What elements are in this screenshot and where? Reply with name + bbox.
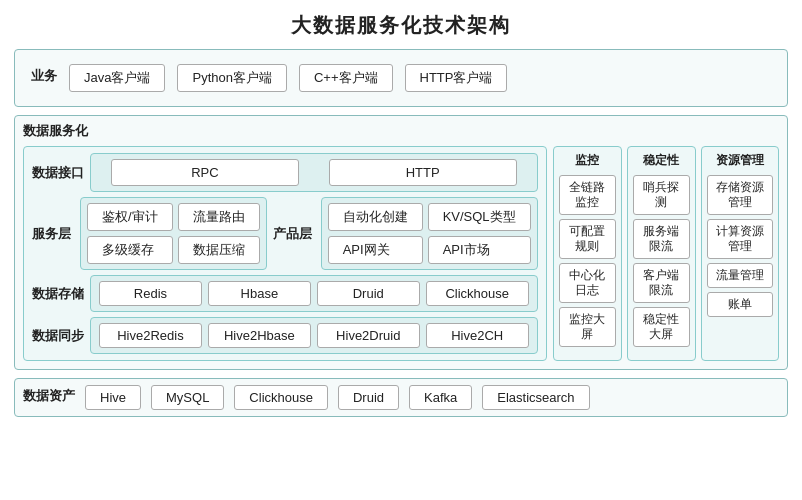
resource-item-0: 存储资源管理 [707,175,773,215]
product-item-2: API网关 [328,236,423,264]
asset-item-4: Kafka [409,385,472,410]
business-row: 业务 Java客户端 Python客户端 C++客户端 HTTP客户端 [23,56,779,100]
stability-item-3: 稳定性大屏 [633,307,690,347]
product-outer-grid: 自动化创建 KV/SQL类型 API网关 API市场 [321,197,538,270]
product-item-3: API市场 [428,236,531,264]
ds-left-area: 数据接口 RPC HTTP 服务层 鉴权/审计 流量路由 多级缓存 数据压缩 产… [23,146,547,361]
resource-panel: 资源管理 存储资源管理 计算资源管理 流量管理 账单 [701,146,779,361]
data-asset-section: 数据资产 Hive MySQL Clickhouse Druid Kafka E… [14,378,788,417]
data-sync-row: 数据同步 Hive2Redis Hive2Hbase Hive2Druid Hi… [32,317,538,354]
data-interface-row: 数据接口 RPC HTTP [32,153,538,192]
monitor-panel-title: 监控 [559,152,616,169]
rpc-box: RPC [111,159,299,186]
storage-item-0: Redis [99,281,202,306]
monitor-item-2: 中心化日志 [559,263,616,303]
service-layer-label: 服务层 [32,225,74,243]
product-item-1: KV/SQL类型 [428,203,531,231]
service-item-3: 数据压缩 [178,236,260,264]
client-http: HTTP客户端 [405,64,508,92]
service-item-2: 多级缓存 [87,236,173,264]
data-service-label: 数据服务化 [23,122,779,140]
product-layer-label: 产品层 [273,225,315,243]
stability-item-0: 哨兵探测 [633,175,690,215]
stability-item-2: 客户端限流 [633,263,690,303]
resource-panel-title: 资源管理 [707,152,773,169]
page-title: 大数据服务化技术架构 [0,0,802,49]
sync-item-2: Hive2Druid [317,323,420,348]
asset-item-1: MySQL [151,385,224,410]
storage-item-1: Hbase [208,281,311,306]
business-section: 业务 Java客户端 Python客户端 C++客户端 HTTP客户端 [14,49,788,107]
service-item-1: 流量路由 [178,203,260,231]
stability-panel: 稳定性 哨兵探测 服务端限流 客户端限流 稳定性大屏 [627,146,696,361]
sync-item-1: Hive2Hbase [208,323,311,348]
asset-item-0: Hive [85,385,141,410]
product-item-0: 自动化创建 [328,203,423,231]
client-python: Python客户端 [177,64,286,92]
monitor-panel: 监控 全链路监控 可配置规则 中心化日志 监控大屏 [553,146,622,361]
data-interface-label: 数据接口 [32,164,84,182]
sync-item-3: Hive2CH [426,323,529,348]
asset-item-5: Elasticsearch [482,385,589,410]
client-java: Java客户端 [69,64,165,92]
data-service-inner: 数据接口 RPC HTTP 服务层 鉴权/审计 流量路由 多级缓存 数据压缩 产… [23,146,779,361]
service-product-row: 服务层 鉴权/审计 流量路由 多级缓存 数据压缩 产品层 自动化创建 KV/SQ… [32,197,538,270]
service-inner-grid: 鉴权/审计 流量路由 多级缓存 数据压缩 [80,197,267,270]
asset-item-2: Clickhouse [234,385,328,410]
monitor-item-0: 全链路监控 [559,175,616,215]
stability-item-1: 服务端限流 [633,219,690,259]
asset-row: 数据资产 Hive MySQL Clickhouse Druid Kafka E… [23,385,779,410]
asset-label: 数据资产 [23,387,75,405]
monitor-item-3: 监控大屏 [559,307,616,347]
business-label: 业务 [31,67,57,85]
storage-items: Redis Hbase Druid Clickhouse [90,275,538,312]
data-storage-row: 数据存储 Redis Hbase Druid Clickhouse [32,275,538,312]
storage-label: 数据存储 [32,285,84,303]
ds-right-panels: 监控 全链路监控 可配置规则 中心化日志 监控大屏 稳定性 哨兵探测 服务端限流… [553,146,779,361]
service-item-0: 鉴权/审计 [87,203,173,231]
sync-label: 数据同步 [32,327,84,345]
sync-items: Hive2Redis Hive2Hbase Hive2Druid Hive2CH [90,317,538,354]
data-service-section: 数据服务化 数据接口 RPC HTTP 服务层 鉴权/审计 流量路由 多级缓存 … [14,115,788,370]
monitor-item-1: 可配置规则 [559,219,616,259]
client-cpp: C++客户端 [299,64,393,92]
http-box: HTTP [329,159,517,186]
asset-item-3: Druid [338,385,399,410]
resource-item-1: 计算资源管理 [707,219,773,259]
storage-item-3: Clickhouse [426,281,529,306]
resource-item-3: 账单 [707,292,773,317]
resource-item-2: 流量管理 [707,263,773,288]
storage-item-2: Druid [317,281,420,306]
stability-panel-title: 稳定性 [633,152,690,169]
sync-item-0: Hive2Redis [99,323,202,348]
